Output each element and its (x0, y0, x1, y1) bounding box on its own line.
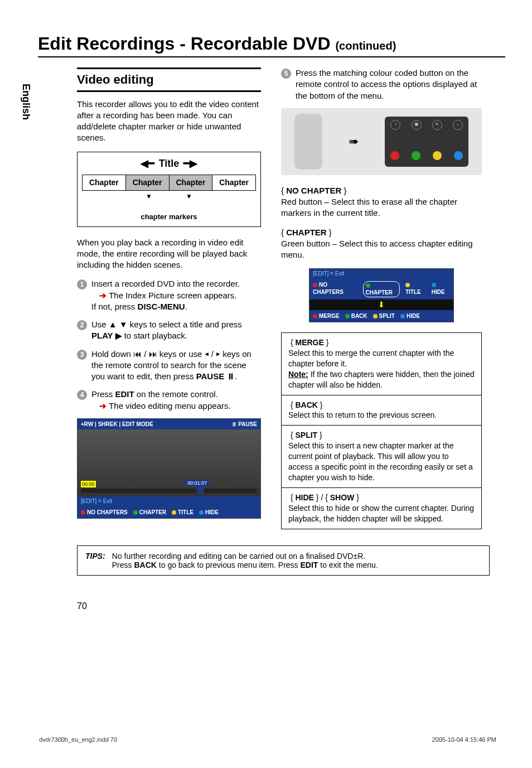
osd-opt: CHAPTER (366, 289, 393, 296)
osd-opt: NO CHAPTERS (313, 282, 344, 296)
yellow-dot-icon (373, 314, 378, 318)
osd-timebar (81, 489, 257, 493)
step-post: on the remote control. (134, 389, 218, 399)
note-text: If the two chapters were hidden, then th… (288, 370, 475, 389)
tips-line1: No further recording and editing can be … (112, 552, 365, 561)
green-dot-icon (366, 283, 370, 288)
arrow-right-icon: ━▶ (183, 157, 197, 170)
red-dot-icon (313, 314, 317, 318)
osd-exit-hint: [EDIT] = Exit (309, 269, 453, 279)
step-text: Press (91, 389, 115, 399)
step-text: Press the matching colour coded button o… (296, 68, 477, 100)
green-dot-icon (412, 151, 420, 160)
step-extra-pre: If not, press (91, 302, 138, 311)
step-number: 1 (77, 279, 87, 289)
step-extra-post: . (185, 302, 187, 311)
osd-top-right: ⏸ PAUSE (231, 421, 258, 428)
def-text: Select this to merge the current chapter… (288, 349, 454, 368)
osd-opt: NO CHAPTERS (87, 509, 128, 515)
osd-chapter-submenu: [EDIT] = Exit NO CHAPTERS CHAPTER TITLE … (309, 268, 454, 322)
footer-meta: dvdr7300h_eu_eng2.indd 70 2005-10-04 4:1… (39, 736, 496, 743)
note-label: Note: (288, 370, 308, 379)
osd-opt: TITLE (178, 509, 194, 515)
def-back: { BACK } Select this to return to the pr… (281, 395, 482, 426)
yellow-dot-icon (172, 510, 176, 515)
red-dot-icon (81, 510, 85, 515)
osd-opt: MERGE (319, 313, 340, 319)
right-column: 5 Press the matching colour coded button… (281, 67, 482, 529)
remote-to-tv-graphic: ➠ i ▣ ✳ – (281, 108, 482, 175)
chevron-down-icon: ▼ (186, 192, 192, 201)
osd-time-current: 00:01:07 (185, 480, 209, 486)
intro-paragraph: This recorder allows you to edit the vid… (77, 99, 261, 144)
tips-line2-pre: Press (112, 561, 134, 569)
arrow-right-icon: ➠ (349, 133, 359, 150)
blue-dot-icon (454, 151, 463, 160)
step-3: 3 Hold down ⏮ / ⏭ keys or use ◀ / ▶ keys… (77, 349, 261, 383)
step-extra-bold: DISC-MENU (138, 302, 185, 311)
no-chapter-block: { NO CHAPTER } Red button – Select this … (281, 185, 482, 219)
osd-color-options: NO CHAPTERS CHAPTER TITLE HIDE (78, 506, 260, 519)
step-text: Insert a recorded DVD into the recorder. (91, 279, 240, 288)
tips-line2-post: to exit the menu. (318, 561, 378, 569)
after-diagram-paragraph: When you play back a recording in video … (77, 237, 261, 271)
chapter-markers-label: chapter markers (82, 212, 256, 222)
blue-dot-icon (199, 510, 204, 515)
def-label-show: SHOW (330, 493, 355, 502)
chapter-row: Chapter Chapter Chapter Chapter (82, 175, 256, 191)
osd-opt: CHAPTER (139, 509, 166, 515)
step-bold: PAUSE ⏸ (196, 371, 235, 381)
def-hide-show: { HIDE } / { SHOW } Select this to hide … (281, 487, 482, 529)
osd-exit-hint: [EDIT] = Exit (78, 496, 260, 506)
osd-opt: TITLE (405, 289, 421, 295)
def-label: SPLIT (295, 431, 317, 439)
osd-opt: SPLIT (379, 313, 395, 319)
chapter-label: CHAPTER (286, 228, 327, 237)
system-icon: ▣ (412, 120, 422, 130)
def-text: Select this to insert a new chapter mark… (288, 441, 473, 482)
def-label: BACK (295, 400, 317, 409)
step-post: . (235, 371, 237, 381)
def-sep: } / { (314, 493, 330, 502)
step-post: to start playback. (122, 331, 188, 340)
step-number: 5 (281, 69, 291, 79)
osd-opt: HIDE (432, 289, 445, 295)
page-title: Edit Recordings - Recordable DVD (contin… (38, 33, 505, 54)
chapter-cell: Chapter (83, 175, 125, 190)
osd-top-left: +RW | SHREK | EDIT MODE (81, 421, 153, 428)
title-chapter-diagram: ◀━ Title ━▶ Chapter Chapter Chapter Chap… (77, 152, 261, 227)
title-main: Edit Recordings - Recordable DVD (38, 33, 335, 54)
footer-file: dvdr7300h_eu_eng2.indd 70 (39, 736, 117, 743)
arrow-left-icon: ◀━ (141, 157, 154, 170)
osd-time-start: 00:00 (81, 481, 96, 487)
chapter-text: Green button – Select this to access cha… (281, 239, 473, 259)
def-text: Select this to hide or show the current … (288, 504, 474, 523)
step-bold: EDIT (115, 389, 134, 399)
tv-icon: i ▣ ✳ – (385, 117, 468, 167)
blue-dot-icon (400, 314, 405, 318)
section-heading: Video editing (77, 67, 261, 92)
step-5: 5 Press the matching colour coded button… (281, 67, 482, 102)
info-icon: i (390, 120, 400, 130)
no-chapter-label: NO CHAPTER (286, 186, 341, 195)
step-bold: PLAY ▶ (91, 331, 122, 340)
mute-icon: ✳ (432, 120, 442, 130)
blue-dot-icon (432, 283, 436, 287)
yellow-dot-icon (405, 283, 410, 287)
def-merge: { MERGE } Select this to merge the curre… (281, 332, 482, 395)
tvvol-icon: – (453, 120, 463, 130)
step-number: 2 (77, 320, 87, 330)
def-label: MERGE (295, 338, 323, 347)
step-number: 3 (77, 350, 87, 360)
green-dot-icon (133, 510, 138, 515)
osd-opt: HIDE (205, 509, 219, 515)
yellow-dot-icon (433, 151, 442, 160)
chapter-cell: Chapter (212, 175, 255, 190)
step-2: 2 Use ▲ ▼ keys to select a title and pre… (77, 319, 261, 342)
step-4: 4 Press EDIT on the remote control. The … (77, 389, 261, 412)
no-chapter-text: Red button – Select this to erase all th… (281, 197, 457, 218)
arrow-down-icon: ⬇ (309, 300, 453, 310)
left-column: Video editing This recorder allows you t… (77, 67, 261, 529)
chapter-cell: Chapter (125, 175, 169, 190)
step-result: The video editing menu appears. (91, 401, 231, 410)
